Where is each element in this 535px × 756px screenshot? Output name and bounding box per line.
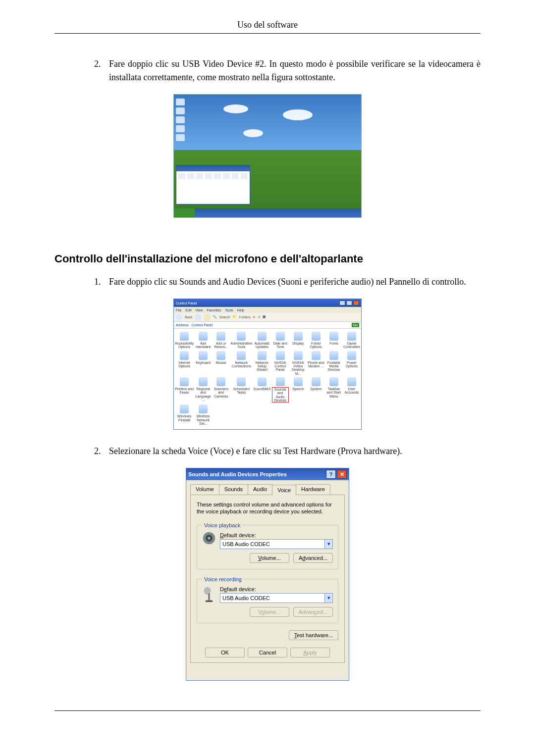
list-item-2a: 2. Fare doppio clic su USB Video Device … <box>94 57 481 84</box>
cp-item-label: Network Connections <box>230 361 252 368</box>
control-panel-item[interactable]: Power Options <box>343 351 360 375</box>
control-panel-item[interactable]: Keyboard <box>195 351 212 375</box>
cp-item-icon <box>216 377 225 386</box>
control-panel-item[interactable]: Date and Time <box>272 332 289 349</box>
control-panel-item[interactable]: Internet Options <box>175 351 194 375</box>
address-bar: Address Control Panel Go <box>174 322 361 329</box>
svg-point-2 <box>208 537 210 539</box>
svg-rect-4 <box>208 593 210 600</box>
cp-item-label: NVIDIA Control Panel <box>272 361 289 372</box>
cp-item-icon <box>180 351 189 360</box>
control-panel-item[interactable]: Mouse <box>213 351 229 375</box>
cp-item-label: Network Setup Wizard <box>253 361 270 372</box>
tab-voice[interactable]: Voice <box>272 485 296 495</box>
control-panel-item[interactable]: Administrative Tools <box>230 332 252 349</box>
playback-volume-button[interactable]: Volume... <box>250 553 289 563</box>
control-panel-item[interactable]: Add Hardware <box>195 332 212 349</box>
search-label: Search <box>219 315 230 319</box>
cp-item-label: Printers and Faxes <box>175 387 194 395</box>
tab-volume[interactable]: Volume <box>190 484 219 495</box>
control-panel-item[interactable]: NVIDIA nView Desktop M... <box>290 351 307 375</box>
help-icon[interactable]: ? <box>326 470 336 479</box>
svg-rect-5 <box>206 600 213 602</box>
close-icon[interactable] <box>353 301 359 305</box>
control-panel-item[interactable]: User Accounts <box>343 377 360 403</box>
menu-file[interactable]: File <box>176 308 181 312</box>
control-panel-item[interactable]: NVIDIA Control Panel <box>272 351 289 375</box>
voice-recording-legend: Voice recording <box>202 576 244 582</box>
voice-playback-legend: Voice playback <box>202 522 242 528</box>
voice-recording-group: Voice recording Default device: USB Audi… <box>197 576 338 623</box>
control-panel-item[interactable]: Printers and Faxes <box>175 377 194 403</box>
sound-properties-dialog: Sounds and Audio Devices Properties ? ✕ … <box>186 468 349 681</box>
close-icon[interactable]: ✕ <box>337 470 347 479</box>
folders-icon[interactable]: 📁 <box>232 315 237 320</box>
cp-item-label: Administrative Tools <box>230 342 252 349</box>
forward-icon[interactable] <box>195 314 202 321</box>
playback-advanced-button[interactable]: Advanced... <box>293 553 333 563</box>
back-label: Back <box>185 315 193 319</box>
ok-button[interactable]: OK <box>205 648 245 657</box>
tab-sounds[interactable]: Sounds <box>219 484 248 495</box>
cp-item-icon <box>216 351 225 360</box>
playback-device-select[interactable]: USB Audio CODEC ▾ <box>220 539 333 549</box>
control-panel-item[interactable]: Speech <box>290 377 307 403</box>
search-icon[interactable]: 🔍 <box>213 315 217 320</box>
maximize-icon[interactable] <box>346 301 352 305</box>
control-panel-item[interactable]: Sounds and Audio Devices <box>272 377 289 403</box>
tab-hardware[interactable]: Hardware <box>296 484 330 495</box>
control-panel-item[interactable]: Phone and Modem ... <box>308 351 324 375</box>
cp-item-icon <box>237 351 246 360</box>
control-panel-item[interactable]: SoundMAX <box>253 377 270 403</box>
undo-icon[interactable]: ↺ <box>258 315 261 319</box>
control-panel-item[interactable]: System <box>308 377 324 403</box>
cp-item-label: Add or Remov... <box>213 342 229 349</box>
apply-button: Apply <box>290 648 330 657</box>
list-text: Fare doppio clic su USB Video Device #2.… <box>109 57 481 84</box>
cp-item-icon <box>294 377 303 386</box>
control-panel-item[interactable]: Network Setup Wizard <box>253 351 270 375</box>
cp-item-label: Game Controllers <box>343 342 360 349</box>
recording-device-select[interactable]: USB Audio CODEC ▾ <box>220 593 333 603</box>
pane-description: These settings control volume and advanc… <box>197 501 338 515</box>
menu-help[interactable]: Help <box>237 308 244 312</box>
cp-item-label: Folder Options <box>308 342 324 349</box>
start-button <box>174 208 195 217</box>
cp-item-label: Keyboard <box>196 361 211 364</box>
control-panel-item[interactable]: Scheduled Tasks <box>230 377 252 403</box>
control-panel-item[interactable]: Network Connections <box>230 351 252 375</box>
menu-tools[interactable]: Tools <box>225 308 233 312</box>
control-panel-item[interactable]: Add or Remov... <box>213 332 229 349</box>
delete-icon[interactable]: ✕ <box>253 315 256 319</box>
control-panel-item[interactable]: Folder Options <box>308 332 324 349</box>
control-panel-item[interactable]: Scanners and Cameras <box>213 377 229 403</box>
cancel-button[interactable]: Cancel <box>248 648 287 657</box>
views-icon[interactable]: ▦ <box>263 315 268 320</box>
control-panel-item[interactable]: Display <box>290 332 307 349</box>
control-panel-item[interactable]: Game Controllers <box>343 332 360 349</box>
control-panel-item[interactable]: Windows Firewall <box>175 404 194 425</box>
toolbar: Back 🔍 Search 📁 Folders ✕ ↺ ▦ <box>174 313 361 322</box>
control-panel-item[interactable]: Automatic Updates <box>253 332 270 349</box>
minimize-icon[interactable] <box>339 301 345 305</box>
back-icon[interactable] <box>176 314 183 321</box>
control-panel-item[interactable]: Taskbar and Start Menu <box>325 377 342 403</box>
list-item-1: 1. Fare doppio clic su Sounds and Audio … <box>94 275 481 289</box>
menu-favorites[interactable]: Favorites <box>207 308 221 312</box>
address-value[interactable]: Control Panel <box>192 323 213 327</box>
control-panel-item[interactable]: Regional and Language ... <box>195 377 212 403</box>
up-icon[interactable] <box>204 314 211 321</box>
cp-item-label: Automatic Updates <box>253 342 270 349</box>
control-panel-item[interactable]: Wireless Network Set... <box>195 404 212 425</box>
menu-edit[interactable]: Edit <box>185 308 191 312</box>
test-hardware-button[interactable]: Test hardware... <box>289 630 338 640</box>
go-button[interactable]: Go <box>352 323 359 327</box>
control-panel-item[interactable]: Portable Media Devices <box>325 351 342 375</box>
folders-label: Folders <box>239 315 251 319</box>
voice-playback-group: Voice playback Default device: USB Audio… <box>197 522 338 569</box>
menu-view[interactable]: View <box>195 308 203 312</box>
list-text: Fare doppio clic su Sounds and Audio Dev… <box>109 275 481 289</box>
control-panel-item[interactable]: Fonts <box>325 332 342 349</box>
tab-audio[interactable]: Audio <box>248 484 272 495</box>
control-panel-item[interactable]: Accessibility Options <box>175 332 194 349</box>
